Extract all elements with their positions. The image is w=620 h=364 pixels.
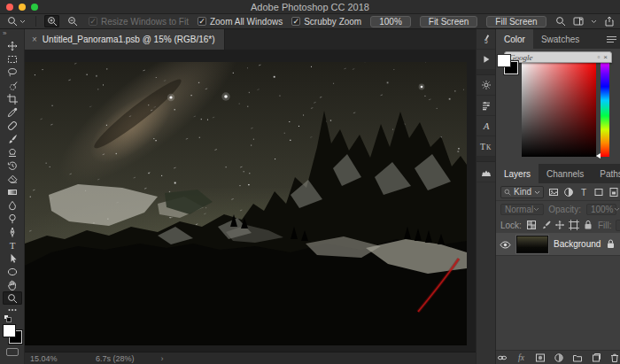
layer-row-background[interactable]: Background [496, 233, 620, 256]
fill-dropdown[interactable]: 100% [616, 220, 620, 231]
edit-toolbar-button[interactable] [3, 305, 22, 314]
filter-pixel-layer-icon[interactable] [548, 186, 559, 197]
quick-selection-icon [7, 81, 18, 91]
actions-play-panel-button[interactable] [477, 50, 495, 70]
zoom-tool[interactable] [3, 291, 22, 305]
tk-panel-panel-button[interactable]: TK [477, 136, 495, 157]
fill-screen-button[interactable]: Fill Screen [486, 16, 546, 27]
zoom-out-mode-button[interactable] [65, 15, 80, 27]
opacity-dropdown[interactable]: 100% [586, 204, 616, 215]
svg-text:K: K [486, 143, 492, 151]
shape-tool[interactable] [3, 265, 22, 278]
tab-layers[interactable]: Layers [496, 164, 539, 183]
scrubby-zoom-checkbox[interactable]: ✓ Scrubby Zoom [291, 17, 361, 27]
foreground-color-swatch[interactable] [497, 54, 511, 67]
document-tab[interactable]: × Untitled_Panorama1.psb @ 15% (RGB/16*) [25, 29, 225, 50]
layers-empty-area[interactable] [496, 256, 620, 350]
add-mask-button[interactable] [535, 352, 546, 362]
eraser-tool[interactable] [3, 172, 22, 185]
lock-move-icon[interactable] [554, 220, 565, 230]
crop-tool[interactable] [3, 92, 22, 105]
filter-kind-dropdown[interactable]: Kind [500, 186, 544, 198]
layer-name: Background [554, 239, 601, 249]
svg-text:A: A [482, 120, 489, 131]
clone-stamp-tool[interactable] [3, 145, 22, 159]
dodge-tool[interactable] [3, 212, 22, 225]
layer-style-fx-button[interactable]: fx [515, 352, 527, 363]
hue-slider-marker[interactable] [596, 153, 601, 159]
zoom-100-button[interactable]: 100% [370, 16, 411, 27]
toolbar-expand-button[interactable]: » [0, 29, 6, 39]
histogram-panel-button[interactable] [477, 162, 495, 182]
eyedropper-tool[interactable] [3, 105, 22, 119]
zoom-icon [7, 293, 18, 304]
path-selection-tool[interactable] [3, 252, 22, 265]
new-layer-button[interactable] [591, 352, 601, 362]
filter-type-layer-icon[interactable]: T [578, 186, 589, 197]
hue-slider[interactable] [601, 59, 609, 157]
blur-tool[interactable] [3, 198, 22, 212]
new-adjustment-button[interactable] [554, 352, 564, 362]
tool-preset-picker[interactable] [5, 16, 27, 27]
new-group-button[interactable] [572, 352, 583, 362]
blend-mode-dropdown[interactable]: Normal [500, 204, 544, 215]
layer-lock-icon[interactable] [607, 239, 615, 250]
default-colors-control[interactable] [4, 314, 21, 322]
brush-settings-panel-button[interactable]: 5 [477, 29, 495, 50]
filter-shape-layer-icon[interactable] [593, 186, 604, 197]
panel-menu-icon[interactable] [607, 29, 620, 49]
lasso-tool[interactable] [3, 66, 22, 79]
quick-mask-button[interactable] [6, 348, 19, 356]
canvas-pasteboard[interactable] [25, 50, 476, 352]
tab-color[interactable]: Color [496, 29, 533, 49]
delete-layer-button[interactable] [609, 352, 620, 362]
adjust-sun-panel-button[interactable] [477, 75, 495, 96]
share-icon[interactable] [604, 16, 615, 27]
move-icon [7, 41, 18, 51]
hand-tool[interactable] [3, 278, 22, 291]
color-panel: Google ▫ × [496, 49, 620, 164]
close-tab-icon[interactable]: × [32, 35, 37, 44]
character-a-panel-button[interactable]: A [477, 116, 495, 136]
lock-transparency-icon[interactable] [526, 220, 537, 230]
lock-artboard-icon[interactable] [569, 220, 579, 230]
layer-thumbnail[interactable] [516, 236, 548, 253]
fit-screen-button[interactable]: Fit Screen [420, 16, 478, 27]
layers-panel: Layers Channels Paths Kind T Normal [496, 164, 620, 364]
search-icon [504, 187, 511, 197]
zoom-level-field[interactable]: 15.04% [25, 354, 71, 363]
gradient-tool[interactable] [3, 185, 22, 198]
search-icon[interactable] [555, 16, 566, 27]
lock-all-icon[interactable] [583, 220, 593, 230]
panorama-image[interactable] [25, 62, 467, 345]
quick-selection-tool[interactable] [3, 79, 22, 92]
tab-swatches[interactable]: Swatches [533, 29, 587, 49]
lock-label: Lock: [500, 221, 522, 230]
resize-windows-checkbox[interactable]: ✓ Resize Windows to Fit [89, 17, 189, 27]
checkbox-icon: ✓ [89, 17, 97, 26]
status-popup-arrow[interactable]: › [161, 354, 164, 363]
foreground-color-swatch[interactable] [3, 324, 16, 337]
filter-smart-object-icon[interactable] [608, 186, 619, 197]
lock-paint-icon[interactable] [540, 220, 551, 230]
zoom-in-mode-button[interactable] [44, 15, 59, 27]
history-brush-tool[interactable] [3, 159, 22, 172]
saturation-brightness-field[interactable] [522, 59, 596, 157]
zoom-all-windows-checkbox[interactable]: ✓ Zoom All Windows [198, 17, 283, 27]
tab-paths[interactable]: Paths [592, 164, 620, 183]
tab-channels[interactable]: Channels [539, 164, 592, 183]
layer-visibility-icon[interactable] [500, 239, 511, 249]
workspace-switcher-icon[interactable] [573, 16, 584, 27]
brush-tool[interactable] [3, 132, 22, 145]
overlay-close-icon[interactable]: × [603, 53, 608, 61]
chevron-down-icon[interactable] [591, 16, 597, 26]
overlay-minimize-icon[interactable]: ▫ [597, 53, 600, 61]
marquee-tool[interactable] [3, 52, 22, 66]
healing-brush-tool[interactable] [3, 119, 22, 132]
filter-adjustment-layer-icon[interactable] [563, 186, 574, 197]
link-layers-button[interactable] [497, 352, 508, 362]
type-tool[interactable]: T [3, 238, 22, 252]
properties-sliders-panel-button[interactable] [477, 96, 495, 116]
move-tool[interactable] [3, 39, 22, 52]
pen-tool[interactable] [3, 225, 22, 238]
